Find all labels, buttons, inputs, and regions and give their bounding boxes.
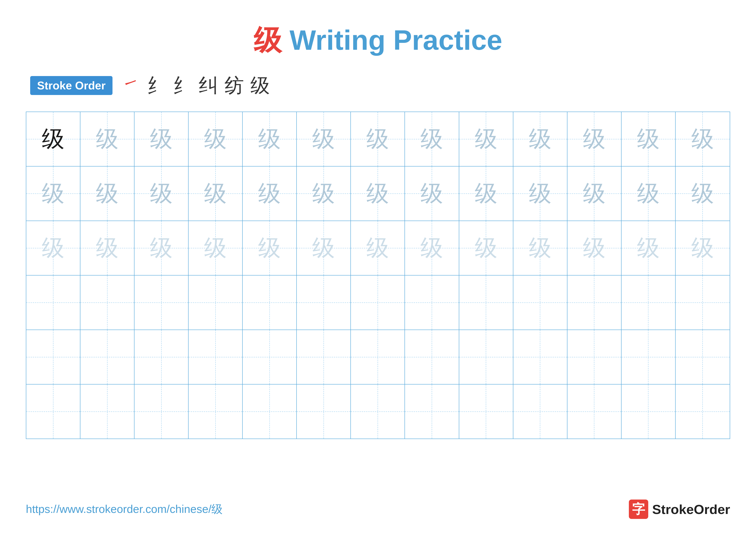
grid-cell[interactable] [189, 275, 243, 330]
grid-cell[interactable] [513, 330, 567, 384]
grid-cell[interactable]: 级 [297, 166, 351, 220]
grid-cell[interactable] [26, 385, 80, 439]
stroke-chars: ㇀ 纟 纟 纠 纺 级 [121, 72, 270, 99]
grid-cell[interactable]: 级 [297, 221, 351, 275]
page: 级 Writing Practice Stroke Order ㇀ 纟 纟 纠 … [0, 0, 756, 534]
grid-cell[interactable] [189, 330, 243, 384]
grid-cell[interactable]: 级 [405, 112, 459, 166]
grid-cell[interactable]: 级 [80, 166, 134, 220]
grid-cell[interactable]: 级 [459, 166, 513, 220]
grid-cell[interactable]: 级 [405, 166, 459, 220]
grid-cell[interactable]: 级 [243, 166, 297, 220]
writing-grid: 级 级 级 级 级 级 级 级 级 级 级 级 级 级 级 级 级 级 级 级 … [26, 112, 730, 439]
footer: https://www.strokeorder.com/chinese/级 字 … [26, 499, 730, 519]
grid-cell[interactable]: 级 [134, 112, 189, 166]
grid-row-3: 级 级 级 级 级 级 级 级 级 级 级 级 级 [26, 221, 730, 275]
grid-cell[interactable]: 级 [459, 112, 513, 166]
grid-cell[interactable] [243, 275, 297, 330]
grid-cell[interactable] [513, 385, 567, 439]
grid-cell[interactable]: 级 [622, 221, 676, 275]
grid-cell[interactable] [567, 385, 622, 439]
grid-cell[interactable] [297, 330, 351, 384]
grid-cell[interactable] [351, 275, 405, 330]
grid-cell[interactable]: 级 [134, 221, 189, 275]
page-title: 级 Writing Practice [26, 21, 730, 60]
grid-cell[interactable]: 级 [26, 221, 80, 275]
footer-logo: 字 StrokeOrder [629, 499, 730, 519]
grid-cell[interactable] [513, 275, 567, 330]
grid-cell[interactable] [676, 330, 730, 384]
grid-cell[interactable]: 级 [567, 221, 622, 275]
grid-cell[interactable]: 级 [189, 221, 243, 275]
grid-cell[interactable]: 级 [243, 112, 297, 166]
stroke-5: 纺 [225, 72, 244, 99]
grid-cell[interactable] [243, 330, 297, 384]
grid-cell[interactable]: 级 [459, 221, 513, 275]
grid-cell[interactable]: 级 [351, 112, 405, 166]
grid-cell[interactable]: 级 [80, 221, 134, 275]
grid-cell[interactable]: 级 [676, 221, 730, 275]
grid-cell[interactable] [676, 385, 730, 439]
grid-cell[interactable]: 级 [26, 112, 80, 166]
stroke-4: 纠 [199, 72, 218, 99]
strokeorder-logo-text: StrokeOrder [652, 502, 730, 517]
title-text: Writing Practice [282, 24, 502, 56]
grid-cell[interactable] [459, 275, 513, 330]
grid-cell[interactable] [189, 385, 243, 439]
grid-cell[interactable] [459, 330, 513, 384]
grid-cell[interactable] [622, 385, 676, 439]
footer-url: https://www.strokeorder.com/chinese/级 [26, 502, 223, 517]
grid-cell[interactable]: 级 [622, 112, 676, 166]
grid-cell[interactable] [351, 385, 405, 439]
grid-cell[interactable] [676, 275, 730, 330]
grid-cell[interactable]: 级 [405, 221, 459, 275]
grid-cell[interactable] [405, 330, 459, 384]
grid-cell[interactable]: 级 [243, 221, 297, 275]
grid-cell[interactable] [297, 385, 351, 439]
grid-cell[interactable] [567, 330, 622, 384]
grid-row-2: 级 级 级 级 级 级 级 级 级 级 级 级 级 [26, 166, 730, 221]
grid-cell[interactable]: 级 [189, 166, 243, 220]
grid-cell[interactable]: 级 [351, 166, 405, 220]
grid-cell[interactable] [134, 275, 189, 330]
stroke-2: 纟 [147, 72, 166, 99]
grid-cell[interactable] [622, 275, 676, 330]
grid-row-1: 级 级 级 级 级 级 级 级 级 级 级 级 级 [26, 112, 730, 166]
grid-cell[interactable] [134, 330, 189, 384]
grid-cell[interactable]: 级 [622, 166, 676, 220]
grid-cell[interactable] [351, 330, 405, 384]
grid-row-4 [26, 275, 730, 330]
strokeorder-logo-icon: 字 [629, 499, 648, 519]
grid-cell[interactable] [459, 385, 513, 439]
grid-cell[interactable] [405, 275, 459, 330]
grid-cell[interactable]: 级 [26, 166, 80, 220]
grid-cell[interactable] [243, 385, 297, 439]
grid-cell[interactable] [134, 385, 189, 439]
grid-cell[interactable]: 级 [513, 112, 567, 166]
grid-cell[interactable]: 级 [567, 112, 622, 166]
grid-cell[interactable] [567, 275, 622, 330]
grid-cell[interactable]: 级 [351, 221, 405, 275]
grid-cell[interactable]: 级 [676, 166, 730, 220]
grid-cell[interactable] [80, 330, 134, 384]
grid-cell[interactable]: 级 [80, 112, 134, 166]
grid-cell[interactable]: 级 [297, 112, 351, 166]
title-character: 级 [254, 24, 282, 56]
grid-cell[interactable]: 级 [134, 166, 189, 220]
grid-cell[interactable]: 级 [513, 166, 567, 220]
grid-cell[interactable] [297, 275, 351, 330]
grid-cell[interactable] [80, 385, 134, 439]
grid-cell[interactable]: 级 [676, 112, 730, 166]
grid-cell[interactable] [26, 275, 80, 330]
grid-cell[interactable] [26, 330, 80, 384]
grid-cell[interactable]: 级 [567, 166, 622, 220]
grid-cell[interactable] [80, 275, 134, 330]
stroke-6: 级 [251, 72, 270, 99]
grid-row-6 [26, 385, 730, 439]
grid-cell[interactable] [622, 330, 676, 384]
grid-row-5 [26, 330, 730, 385]
stroke-3: 纟 [173, 72, 192, 99]
grid-cell[interactable]: 级 [189, 112, 243, 166]
grid-cell[interactable] [405, 385, 459, 439]
grid-cell[interactable]: 级 [513, 221, 567, 275]
